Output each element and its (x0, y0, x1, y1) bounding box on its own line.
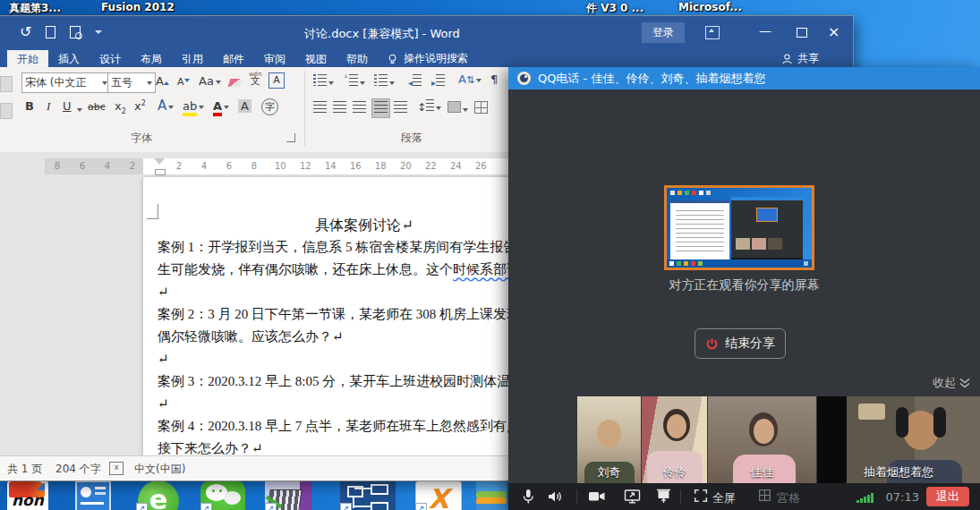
highlight-button[interactable]: ab (183, 99, 204, 113)
end-share-button[interactable]: 结束分享 (695, 328, 786, 359)
show-marks-button[interactable]: ¶ (490, 72, 498, 86)
subscript-button[interactable]: x2 (115, 99, 126, 115)
font-group-label: 字体 (131, 131, 152, 146)
font-color-button[interactable]: A (213, 99, 229, 113)
tab-help[interactable]: 帮助 (337, 50, 378, 67)
sort-button[interactable]: A⇅ (458, 72, 481, 86)
ruler-number: 16 (350, 161, 359, 171)
change-case-button[interactable]: Aa (199, 74, 221, 88)
font-name-combo[interactable]: 宋体 (中文正 (21, 72, 111, 93)
align-center-button[interactable] (333, 101, 346, 115)
customize-toolbar-chevron-icon[interactable] (95, 30, 102, 38)
undo-icon[interactable]: ↺ (20, 25, 31, 39)
wechat-icon[interactable]: ↗ (200, 480, 245, 510)
desktop-icon-label[interactable]: 件 V3 0 ... (586, 1, 643, 16)
grow-font-button[interactable]: A (156, 74, 169, 88)
grid-view-icon[interactable] (757, 488, 772, 506)
exit-call-button[interactable]: 退出 (926, 487, 969, 506)
minimize-button[interactable]: — (759, 23, 771, 38)
fusion-shortcut-icon[interactable]: non (7, 480, 48, 510)
lightbulb-icon (387, 53, 398, 65)
distributed-button[interactable] (394, 101, 407, 115)
quick-access-toolbar: ↺ (0, 21, 102, 43)
clear-formatting-button[interactable] (229, 76, 241, 89)
maximize-button[interactable] (797, 28, 807, 38)
bold-button[interactable]: B (25, 99, 34, 113)
enclose-characters-button[interactable]: 字 (261, 98, 278, 115)
share-label: 共享 (797, 51, 819, 66)
proofing-status-icon[interactable]: x (109, 462, 124, 475)
page-count[interactable]: 共 1 页 (7, 462, 42, 477)
desktop-icon-label[interactable]: Fusion 2012 (101, 1, 175, 13)
fullscreen-label[interactable]: 全屏 (712, 490, 736, 506)
align-right-button[interactable] (353, 101, 366, 115)
call-control-bar: 全屏 宫格 07:13 退出 (508, 483, 980, 510)
justify-button[interactable] (372, 99, 389, 117)
phonetic-guide-button[interactable]: wén文 (249, 71, 261, 85)
tell-me-search[interactable]: 操作说明搜索 (387, 50, 468, 67)
desktop-icon-label[interactable]: Microsof... (678, 1, 742, 13)
ribbon-display-options-icon[interactable] (705, 26, 720, 39)
character-shading-button[interactable]: A (238, 99, 251, 113)
microphone-button[interactable] (519, 488, 537, 509)
superscript-button[interactable]: x2 (134, 99, 146, 113)
close-button[interactable]: × (828, 23, 839, 40)
fullscreen-button[interactable] (693, 488, 709, 507)
ruler-number: 26 (475, 161, 484, 171)
participant-video[interactable]: 伶伶 (642, 396, 707, 483)
tab-home[interactable]: 开始 (7, 50, 48, 67)
tell-me-label: 操作说明搜索 (404, 51, 468, 66)
share-button[interactable]: 共享 (781, 50, 819, 67)
bullets-button[interactable] (313, 74, 334, 89)
camera-button[interactable] (587, 488, 607, 509)
strikethrough-button[interactable]: abc (88, 101, 106, 113)
increase-indent-button[interactable]: ▸ (431, 74, 445, 89)
participant-video[interactable]: 佳佳 (708, 396, 816, 483)
tab-mailings[interactable]: 邮件 (213, 50, 254, 67)
login-button[interactable]: 登录 (642, 22, 685, 43)
new-document-icon[interactable] (46, 26, 55, 38)
underline-button[interactable]: U (63, 99, 72, 113)
layer-stack-icon[interactable] (476, 480, 508, 510)
font-size-combo[interactable]: 五号 (107, 72, 156, 93)
shrink-font-button[interactable]: A (177, 76, 190, 88)
decrease-indent-button[interactable]: ◂ (408, 74, 422, 89)
tab-insert[interactable]: 插入 (48, 50, 89, 67)
participant-video[interactable]: 抽着烟想着您 (817, 396, 980, 483)
numbering-button[interactable]: 1 2 3 (344, 74, 365, 89)
italic-button[interactable]: I (47, 99, 50, 114)
left-indent-marker[interactable] (155, 169, 166, 175)
share-screen-button[interactable] (623, 488, 643, 509)
tab-references[interactable]: 引用 (172, 50, 213, 67)
tab-layout[interactable]: 布局 (131, 50, 172, 67)
text-effects-button[interactable]: A (158, 98, 174, 114)
font-dialog-launcher[interactable] (286, 133, 295, 142)
desktop: 真题第3... Fusion 2012 件 V3 0 ... Microsof.… (0, 0, 980, 510)
language-status[interactable]: 中文(中国) (134, 462, 185, 477)
flowchart-icon[interactable]: ↗ (340, 480, 396, 510)
keyboard-pen-icon[interactable]: ↗ (265, 480, 311, 510)
green-e-browser-icon[interactable]: e ↗ (136, 480, 181, 510)
orange-x-app-icon[interactable]: X ↗ (415, 480, 462, 510)
multilevel-list-button[interactable] (374, 74, 395, 89)
character-border-button[interactable]: A (268, 72, 285, 89)
tab-view[interactable]: 视图 (295, 50, 337, 67)
fusion-logo-text: non (12, 491, 44, 509)
participant-video[interactable]: 刘奇 (577, 396, 641, 483)
presentation-button[interactable] (654, 488, 674, 509)
print-preview-icon[interactable] (70, 26, 81, 38)
word-count[interactable]: 204 个字 (55, 462, 101, 477)
shading-button[interactable] (447, 101, 468, 115)
tab-review[interactable]: 审阅 (254, 50, 295, 67)
collapse-videos-button[interactable]: 收起 (933, 375, 971, 391)
borders-button[interactable] (474, 101, 488, 116)
tab-design[interactable]: 设计 (89, 50, 131, 67)
screen-share-preview[interactable] (664, 185, 814, 270)
align-left-button[interactable] (313, 101, 327, 115)
speaker-button[interactable] (546, 488, 564, 509)
desktop-icon-label[interactable]: 真题第3... (9, 1, 61, 16)
line-spacing-button[interactable]: ↕ (417, 99, 441, 114)
webcam-icon (517, 72, 531, 85)
grid-view-label[interactable]: 宫格 (777, 490, 800, 506)
presentation-panel-icon[interactable] (75, 480, 111, 510)
